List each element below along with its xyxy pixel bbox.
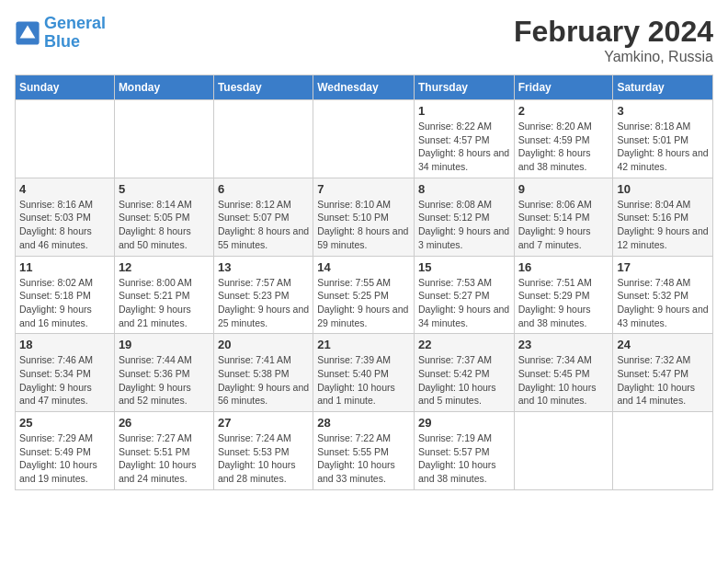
- calendar-cell: 4Sunrise: 8:16 AM Sunset: 5:03 PM Daylig…: [16, 178, 115, 256]
- day-number: 5: [119, 182, 210, 196]
- calendar-cell: 19Sunrise: 7:44 AM Sunset: 5:36 PM Dayli…: [114, 334, 213, 412]
- day-detail: Sunrise: 7:39 AM Sunset: 5:40 PM Dayligh…: [317, 353, 410, 408]
- day-detail: Sunrise: 8:08 AM Sunset: 5:12 PM Dayligh…: [418, 198, 510, 252]
- location-title: Yamkino, Russia: [514, 49, 713, 65]
- calendar-cell: 27Sunrise: 7:24 AM Sunset: 5:53 PM Dayli…: [213, 412, 313, 490]
- day-detail: Sunrise: 8:04 AM Sunset: 5:16 PM Dayligh…: [617, 198, 709, 252]
- calendar-cell: 9Sunrise: 8:06 AM Sunset: 5:14 PM Daylig…: [514, 178, 613, 256]
- calendar-cell: 28Sunrise: 7:22 AM Sunset: 5:55 PM Dayli…: [313, 412, 415, 490]
- day-number: 11: [19, 260, 110, 274]
- day-number: 19: [119, 338, 210, 351]
- calendar-cell: 26Sunrise: 7:27 AM Sunset: 5:51 PM Dayli…: [114, 412, 213, 490]
- day-number: 23: [518, 338, 609, 351]
- day-detail: Sunrise: 8:00 AM Sunset: 5:21 PM Dayligh…: [119, 276, 210, 330]
- calendar-cell: 13Sunrise: 7:57 AM Sunset: 5:23 PM Dayli…: [213, 256, 313, 334]
- calendar-cell: [613, 412, 713, 490]
- day-detail: Sunrise: 7:53 AM Sunset: 5:27 PM Dayligh…: [418, 276, 510, 330]
- day-number: 14: [317, 260, 410, 274]
- calendar-week-row: 25Sunrise: 7:29 AM Sunset: 5:49 PM Dayli…: [16, 412, 713, 490]
- weekday-header: Thursday: [414, 75, 514, 100]
- calendar-cell: 18Sunrise: 7:46 AM Sunset: 5:34 PM Dayli…: [16, 334, 115, 412]
- page-header: General Blue February 2024 Yamkino, Russ…: [15, 15, 713, 65]
- calendar-cell: 1Sunrise: 8:22 AM Sunset: 4:57 PM Daylig…: [414, 100, 514, 178]
- day-number: 22: [418, 338, 510, 351]
- calendar-cell: 14Sunrise: 7:55 AM Sunset: 5:25 PM Dayli…: [313, 256, 415, 334]
- day-detail: Sunrise: 8:18 AM Sunset: 5:01 PM Dayligh…: [617, 120, 709, 174]
- weekday-header: Tuesday: [213, 75, 313, 100]
- day-number: 12: [119, 260, 210, 274]
- day-detail: Sunrise: 7:48 AM Sunset: 5:32 PM Dayligh…: [617, 276, 709, 330]
- weekday-header-row: SundayMondayTuesdayWednesdayThursdayFrid…: [16, 75, 713, 100]
- day-number: 25: [19, 416, 110, 430]
- calendar-cell: 29Sunrise: 7:19 AM Sunset: 5:57 PM Dayli…: [414, 412, 514, 490]
- title-area: February 2024 Yamkino, Russia: [514, 15, 713, 65]
- logo-icon: [15, 20, 40, 46]
- day-number: 27: [218, 416, 309, 430]
- day-number: 4: [19, 182, 110, 196]
- day-detail: Sunrise: 7:22 AM Sunset: 5:55 PM Dayligh…: [317, 431, 410, 486]
- day-detail: Sunrise: 8:10 AM Sunset: 5:10 PM Dayligh…: [317, 198, 410, 252]
- calendar-cell: [16, 100, 115, 178]
- calendar-cell: 10Sunrise: 8:04 AM Sunset: 5:16 PM Dayli…: [613, 178, 713, 256]
- day-number: 21: [317, 338, 410, 351]
- day-detail: Sunrise: 8:06 AM Sunset: 5:14 PM Dayligh…: [518, 198, 609, 252]
- day-number: 24: [617, 338, 709, 351]
- calendar-cell: 23Sunrise: 7:34 AM Sunset: 5:45 PM Dayli…: [514, 334, 613, 412]
- day-number: 9: [518, 182, 609, 196]
- logo-text: General Blue: [44, 15, 106, 52]
- calendar-cell: 20Sunrise: 7:41 AM Sunset: 5:38 PM Dayli…: [213, 334, 313, 412]
- day-detail: Sunrise: 7:44 AM Sunset: 5:36 PM Dayligh…: [119, 353, 210, 408]
- day-number: 20: [218, 338, 309, 351]
- logo-line2: Blue: [44, 32, 80, 51]
- weekday-header: Friday: [514, 75, 613, 100]
- weekday-header: Monday: [114, 75, 213, 100]
- calendar-week-row: 1Sunrise: 8:22 AM Sunset: 4:57 PM Daylig…: [16, 100, 713, 178]
- day-detail: Sunrise: 7:19 AM Sunset: 5:57 PM Dayligh…: [418, 431, 510, 486]
- calendar-cell: 12Sunrise: 8:00 AM Sunset: 5:21 PM Dayli…: [114, 256, 213, 334]
- calendar-week-row: 18Sunrise: 7:46 AM Sunset: 5:34 PM Dayli…: [16, 334, 713, 412]
- day-detail: Sunrise: 8:02 AM Sunset: 5:18 PM Dayligh…: [19, 276, 110, 330]
- calendar-cell: 21Sunrise: 7:39 AM Sunset: 5:40 PM Dayli…: [313, 334, 415, 412]
- day-detail: Sunrise: 7:57 AM Sunset: 5:23 PM Dayligh…: [218, 276, 309, 330]
- day-number: 3: [617, 104, 709, 118]
- day-detail: Sunrise: 8:22 AM Sunset: 4:57 PM Dayligh…: [418, 120, 510, 174]
- day-detail: Sunrise: 7:51 AM Sunset: 5:29 PM Dayligh…: [518, 276, 609, 330]
- day-detail: Sunrise: 7:37 AM Sunset: 5:42 PM Dayligh…: [418, 353, 510, 408]
- calendar-cell: [114, 100, 213, 178]
- day-detail: Sunrise: 7:32 AM Sunset: 5:47 PM Dayligh…: [617, 353, 709, 408]
- calendar-cell: 7Sunrise: 8:10 AM Sunset: 5:10 PM Daylig…: [313, 178, 415, 256]
- calendar-cell: 25Sunrise: 7:29 AM Sunset: 5:49 PM Dayli…: [16, 412, 115, 490]
- day-detail: Sunrise: 8:14 AM Sunset: 5:05 PM Dayligh…: [119, 198, 210, 252]
- day-detail: Sunrise: 7:41 AM Sunset: 5:38 PM Dayligh…: [218, 353, 309, 408]
- calendar-cell: [514, 412, 613, 490]
- day-detail: Sunrise: 7:46 AM Sunset: 5:34 PM Dayligh…: [19, 353, 110, 408]
- day-detail: Sunrise: 8:20 AM Sunset: 4:59 PM Dayligh…: [518, 120, 609, 174]
- calendar-cell: 3Sunrise: 8:18 AM Sunset: 5:01 PM Daylig…: [613, 100, 713, 178]
- day-number: 17: [617, 260, 709, 274]
- day-number: 16: [518, 260, 609, 274]
- weekday-header: Saturday: [613, 75, 713, 100]
- calendar-cell: 16Sunrise: 7:51 AM Sunset: 5:29 PM Dayli…: [514, 256, 613, 334]
- day-number: 26: [119, 416, 210, 430]
- calendar-table: SundayMondayTuesdayWednesdayThursdayFrid…: [15, 75, 713, 490]
- day-detail: Sunrise: 7:55 AM Sunset: 5:25 PM Dayligh…: [317, 276, 410, 330]
- calendar-cell: 17Sunrise: 7:48 AM Sunset: 5:32 PM Dayli…: [613, 256, 713, 334]
- day-number: 13: [218, 260, 309, 274]
- calendar-cell: [313, 100, 415, 178]
- weekday-header: Wednesday: [313, 75, 415, 100]
- day-detail: Sunrise: 7:27 AM Sunset: 5:51 PM Dayligh…: [119, 431, 210, 486]
- day-number: 6: [218, 182, 309, 196]
- day-detail: Sunrise: 8:12 AM Sunset: 5:07 PM Dayligh…: [218, 198, 309, 252]
- day-detail: Sunrise: 7:29 AM Sunset: 5:49 PM Dayligh…: [19, 431, 110, 486]
- day-number: 28: [317, 416, 410, 430]
- calendar-cell: [213, 100, 313, 178]
- day-detail: Sunrise: 7:34 AM Sunset: 5:45 PM Dayligh…: [518, 353, 609, 408]
- day-number: 29: [418, 416, 510, 430]
- logo-line1: General: [44, 14, 106, 32]
- day-detail: Sunrise: 7:24 AM Sunset: 5:53 PM Dayligh…: [218, 431, 309, 486]
- logo: General Blue: [15, 15, 106, 52]
- day-number: 18: [19, 338, 110, 351]
- day-number: 7: [317, 182, 410, 196]
- month-title: February 2024: [514, 15, 713, 49]
- day-number: 1: [418, 104, 510, 118]
